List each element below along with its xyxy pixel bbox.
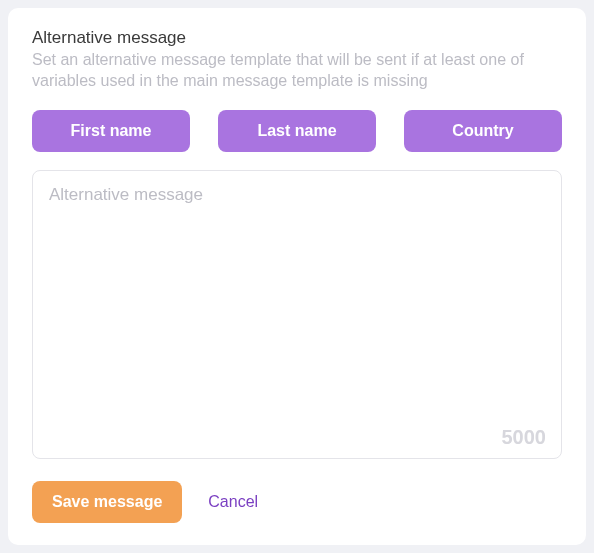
insert-first-name-button[interactable]: First name <box>32 110 190 152</box>
actions-row: Save message Cancel <box>32 481 562 523</box>
section-description: Set an alternative message template that… <box>32 50 562 92</box>
insert-country-button[interactable]: Country <box>404 110 562 152</box>
insert-last-name-button[interactable]: Last name <box>218 110 376 152</box>
save-message-button[interactable]: Save message <box>32 481 182 523</box>
message-textarea-wrapper: 5000 <box>32 170 562 459</box>
cancel-button[interactable]: Cancel <box>208 493 258 511</box>
alternative-message-card: Alternative message Set an alternative m… <box>8 8 586 545</box>
variable-buttons-row: First name Last name Country <box>32 110 562 152</box>
section-title: Alternative message <box>32 28 562 48</box>
alternative-message-input[interactable] <box>32 170 562 459</box>
